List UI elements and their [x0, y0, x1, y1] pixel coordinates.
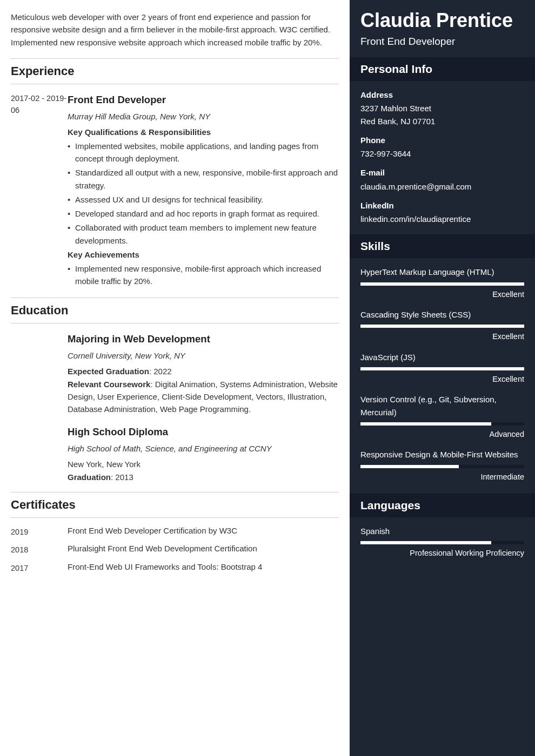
list-item: Implemented websites, mobile application…: [68, 140, 339, 165]
achievements-list: Implemented new responsive, mobile-first…: [68, 262, 339, 288]
skill-name: Spanish: [360, 525, 524, 537]
education-entry: Majoring in Web DevelopmentCornell Unive…: [11, 332, 339, 416]
skill-item: JavaScript (JS)Excellent: [360, 351, 524, 386]
personal-info-content: Address 3237 Mahlon Street Red Bank, NJ …: [350, 81, 535, 234]
email-value: claudia.m.prentice@gmail.com: [360, 180, 524, 193]
name-block: Claudia Prentice Front End Developer: [350, 0, 535, 57]
skill-bar-fill: [360, 367, 524, 370]
certificate-name: Front-End Web UI Frameworks and Tools: B…: [68, 562, 262, 574]
skill-bar: [360, 422, 524, 426]
education-graduation: Expected Graduation: 2022: [68, 365, 339, 377]
certificate-entry: 2018Pluralsight Front End Web Developmen…: [11, 544, 339, 556]
skill-bar-fill: [360, 541, 491, 544]
list-item: Developed standard and ad hoc reports in…: [68, 207, 339, 220]
education-location: New York, New York: [68, 458, 339, 470]
skill-bar-fill: [360, 325, 524, 328]
certificate-name: Pluralsight Front End Web Development Ce…: [68, 544, 257, 556]
skill-item: Cascading Style Sheets (CSS)Excellent: [360, 308, 524, 343]
education-dates: [11, 332, 68, 416]
summary-text: Meticulous web developer with over 2 yea…: [11, 11, 339, 49]
skill-bar: [360, 325, 524, 328]
languages-content: SpanishProfessional Working Proficiency: [350, 517, 535, 570]
certificate-year: 2017: [11, 562, 68, 574]
certificate-name: Front End Web Developer Certification by…: [68, 526, 237, 538]
education-graduation: Graduation: 2013: [68, 471, 339, 483]
certificates-header: Certificates: [11, 492, 339, 518]
education-header: Education: [11, 298, 339, 323]
experience-content: Front End DeveloperMurray Hill Media Gro…: [68, 92, 339, 289]
address-line1: 3237 Mahlon Street: [360, 102, 524, 114]
skill-level: Advanced: [360, 428, 524, 440]
skill-item: Responsive Design & Mobile-First Website…: [360, 448, 524, 483]
skill-bar-fill: [360, 422, 491, 426]
experience-header: Experience: [11, 58, 339, 84]
linkedin-value: linkedin.com/in/claudiaprentice: [360, 213, 524, 225]
experience-dates: 2017-02 - 2019-06: [11, 92, 68, 289]
skill-item: SpanishProfessional Working Proficiency: [360, 525, 524, 559]
skill-bar: [360, 541, 524, 544]
education-title: High School Diploma: [68, 424, 339, 440]
skill-bar-fill: [360, 465, 459, 468]
job-title: Front End Developer: [360, 36, 524, 48]
experience-entry: 2017-02 - 2019-06Front End DeveloperMurr…: [11, 92, 339, 289]
skill-name: Cascading Style Sheets (CSS): [360, 308, 524, 321]
certificate-entry: 2019Front End Web Developer Certificatio…: [11, 526, 339, 538]
education-content: High School DiplomaHigh School of Math, …: [68, 424, 339, 484]
skill-bar: [360, 282, 524, 286]
skill-name: HyperText Markup Language (HTML): [360, 266, 524, 278]
skill-item: HyperText Markup Language (HTML)Excellen…: [360, 266, 524, 300]
list-item: Collaborated with product team members t…: [68, 221, 339, 247]
education-coursework: Relevant Coursework: Digital Animation, …: [68, 378, 339, 416]
email-item: E-mail claudia.m.prentice@gmail.com: [360, 166, 524, 193]
languages-header: Languages: [350, 494, 535, 517]
skills-content: HyperText Markup Language (HTML)Excellen…: [350, 258, 535, 494]
education-org: High School of Math, Science, and Engine…: [68, 442, 339, 455]
certificate-year: 2019: [11, 526, 68, 538]
skill-bar-fill: [360, 282, 524, 286]
experience-org: Murray Hill Media Group, New York, NY: [68, 110, 339, 123]
certificate-entry: 2017Front-End Web UI Frameworks and Tool…: [11, 562, 339, 574]
education-org: Cornell University, New York, NY: [68, 349, 339, 362]
experience-title: Front End Developer: [68, 92, 339, 108]
skill-name: Responsive Design & Mobile-First Website…: [360, 448, 524, 461]
main-column: Meticulous web developer with over 2 yea…: [0, 0, 350, 756]
skill-item: Version Control (e.g., Git, Subversion, …: [360, 393, 524, 440]
education-content: Majoring in Web DevelopmentCornell Unive…: [68, 332, 339, 416]
skill-name: JavaScript (JS): [360, 351, 524, 363]
skill-level: Professional Working Proficiency: [360, 547, 524, 559]
linkedin-item: LinkedIn linkedin.com/in/claudiaprentice: [360, 199, 524, 226]
education-title: Majoring in Web Development: [68, 332, 339, 347]
responsibilities-header: Key Qualifications & Responsibilities: [68, 126, 339, 138]
achievements-header: Key Achievements: [68, 248, 339, 261]
education-entry: High School DiplomaHigh School of Math, …: [11, 424, 339, 484]
list-item: Implemented new responsive, mobile-first…: [68, 262, 339, 288]
phone-item: Phone 732-997-3644: [360, 134, 524, 160]
skills-header: Skills: [350, 234, 535, 258]
responsibilities-list: Implemented websites, mobile application…: [68, 140, 339, 247]
skill-level: Intermediate: [360, 471, 524, 483]
email-label: E-mail: [360, 166, 524, 179]
sidebar: Claudia Prentice Front End Developer Per…: [350, 0, 535, 756]
person-name: Claudia Prentice: [360, 8, 524, 32]
address-item: Address 3237 Mahlon Street Red Bank, NJ …: [360, 89, 524, 127]
linkedin-label: LinkedIn: [360, 199, 524, 212]
skill-level: Excellent: [360, 330, 524, 342]
list-item: Standardized all output with a new, resp…: [68, 166, 339, 192]
skill-bar: [360, 465, 524, 468]
skill-level: Excellent: [360, 373, 524, 385]
phone-label: Phone: [360, 134, 524, 146]
list-item: Assessed UX and UI designs for technical…: [68, 193, 339, 206]
certificate-year: 2018: [11, 544, 68, 556]
skill-level: Excellent: [360, 288, 524, 300]
education-dates: [11, 424, 68, 484]
personal-info-header: Personal Info: [350, 57, 535, 81]
address-label: Address: [360, 89, 524, 101]
address-line2: Red Bank, NJ 07701: [360, 115, 524, 127]
skill-name: Version Control (e.g., Git, Subversion, …: [360, 393, 524, 418]
skill-bar: [360, 367, 524, 370]
phone-value: 732-997-3644: [360, 147, 524, 160]
